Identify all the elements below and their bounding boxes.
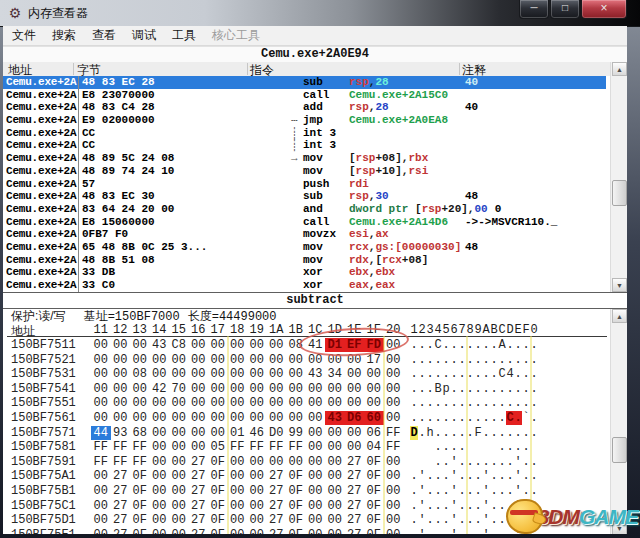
ascii-char[interactable]: . — [490, 426, 498, 440]
hex-byte[interactable]: 00 — [91, 411, 111, 425]
ascii-char[interactable]: . — [506, 382, 514, 396]
hex-byte[interactable]: 00 — [384, 455, 404, 469]
ascii-char[interactable]: . — [474, 484, 482, 498]
hex-byte[interactable]: FF — [91, 455, 111, 469]
hex-byte[interactable]: 27 — [189, 469, 209, 483]
hex-byte[interactable]: 00 — [247, 338, 267, 352]
hex-row[interactable]: 150BF7581FFFFFF00000005FFFFFFFF00000004F… — [3, 440, 627, 455]
ascii-char[interactable]: . — [410, 499, 418, 513]
ascii-char[interactable]: . — [418, 353, 426, 367]
disasm-scrollbar[interactable]: ▲ ▼ — [610, 62, 627, 292]
ascii-char[interactable]: ` — [522, 411, 530, 425]
disasm-row[interactable]: Cemu.exe+2A48 8B 51 08movrdx,[rcx+08] — [3, 254, 606, 267]
ascii-char[interactable]: . — [498, 396, 506, 410]
ascii-char[interactable]: . — [490, 367, 498, 381]
hex-byte[interactable]: 00 — [345, 396, 365, 410]
hex-byte[interactable]: 27 — [267, 469, 287, 483]
ascii-char[interactable]: . — [498, 440, 506, 454]
hex-byte[interactable]: 27 — [345, 469, 365, 483]
hex-byte[interactable]: 00 — [325, 484, 345, 498]
ascii-char[interactable]: . — [498, 484, 506, 498]
hex-byte[interactable]: 27 — [267, 513, 287, 527]
hex-row[interactable]: 150BF75410000004270000000000000000000000… — [3, 382, 627, 397]
ascii-char[interactable]: . — [434, 528, 442, 534]
ascii-char[interactable]: . — [490, 528, 498, 534]
hex-byte[interactable]: 00 — [208, 353, 228, 367]
ascii-char[interactable]: ' — [418, 499, 426, 513]
hex-byte[interactable]: 00 — [130, 382, 150, 396]
ascii-char[interactable]: ' — [450, 455, 458, 469]
hex-byte[interactable]: 00 — [364, 367, 384, 381]
hex-byte[interactable]: 27 — [267, 499, 287, 513]
scroll-down-icon[interactable]: ▼ — [612, 278, 627, 292]
hex-row[interactable]: 150BF75A100270F0000270F0000270F0000270F0… — [3, 469, 627, 484]
ascii-char[interactable]: . — [434, 426, 442, 440]
hex-byte[interactable]: 00 — [325, 528, 345, 534]
ascii-char[interactable]: . — [426, 513, 434, 527]
hex-byte[interactable]: 00 — [169, 396, 189, 410]
ascii-char[interactable]: . — [522, 484, 530, 498]
hex-byte[interactable]: 00 — [325, 499, 345, 513]
hex-byte[interactable]: 00 — [364, 382, 384, 396]
hex-byte[interactable]: 00 — [325, 513, 345, 527]
hex-byte[interactable]: 00 — [247, 382, 267, 396]
hex-byte[interactable]: 00 — [286, 353, 306, 367]
ascii-char[interactable]: . — [490, 338, 498, 352]
hex-byte[interactable]: 00 — [325, 440, 345, 454]
ascii-char[interactable]: . — [490, 396, 498, 410]
disasm-row[interactable]: Cemu.exe+2A48 83 C4 28addrsp,2840 — [3, 101, 606, 114]
ascii-char[interactable]: . — [426, 411, 434, 425]
hex-byte[interactable]: 00 — [384, 469, 404, 483]
hex-byte[interactable]: C8 — [169, 338, 189, 352]
hex-byte[interactable]: 00 — [345, 440, 365, 454]
disasm-row[interactable]: Cemu.exe+2AE8 23070000callCemu.exe+2A15C… — [3, 89, 606, 102]
scroll-up-icon[interactable]: ▲ — [612, 62, 627, 76]
ascii-char[interactable]: . — [490, 353, 498, 367]
hex-byte[interactable]: 0F — [130, 484, 150, 498]
hex-byte[interactable]: 00 — [91, 499, 111, 513]
hex-byte[interactable]: 44 — [91, 426, 111, 440]
hex-byte[interactable]: 0F — [208, 484, 228, 498]
hex-byte[interactable]: 00 — [169, 528, 189, 534]
hex-byte[interactable]: 42 — [150, 382, 170, 396]
ascii-char[interactable]: . — [418, 382, 426, 396]
hex-byte[interactable]: 00 — [306, 382, 326, 396]
hex-byte[interactable]: 00 — [267, 411, 287, 425]
hex-byte[interactable]: FF — [247, 440, 267, 454]
hex-byte[interactable]: 99 — [286, 426, 306, 440]
hex-byte[interactable]: 00 — [111, 367, 131, 381]
ascii-char[interactable]: C — [498, 367, 506, 381]
hex-row[interactable]: 150BF751100000043C800000000000841D1EFFD0… — [3, 338, 627, 353]
ascii-char[interactable]: . — [410, 528, 418, 534]
ascii-char[interactable]: . — [474, 455, 482, 469]
ascii-char[interactable]: . — [450, 382, 458, 396]
menu-item-0[interactable]: 文件 — [12, 27, 36, 44]
hex-byte[interactable]: 00 — [228, 528, 248, 534]
ascii-char[interactable]: . — [434, 353, 442, 367]
ascii-char[interactable]: . — [498, 469, 506, 483]
hex-byte[interactable]: 0F — [130, 528, 150, 534]
ascii-char[interactable]: . — [426, 382, 434, 396]
ascii-char[interactable]: . — [458, 382, 466, 396]
hex-byte[interactable]: 00 — [150, 528, 170, 534]
ascii-char[interactable]: . — [434, 484, 442, 498]
hex-byte[interactable]: 41 — [306, 338, 326, 352]
hex-byte[interactable]: 00 — [267, 455, 287, 469]
hex-byte[interactable]: 27 — [345, 499, 365, 513]
hex-byte[interactable]: 00 — [384, 367, 404, 381]
hex-byte[interactable]: EF — [345, 338, 365, 352]
hex-byte[interactable]: 00 — [169, 469, 189, 483]
ascii-char[interactable]: . — [482, 382, 490, 396]
ascii-char[interactable]: . — [506, 455, 514, 469]
ascii-char[interactable]: . — [482, 396, 490, 410]
hex-byte[interactable]: 00 — [325, 455, 345, 469]
ascii-char[interactable]: ' — [450, 484, 458, 498]
menu-item-1[interactable]: 搜索 — [52, 27, 76, 44]
ascii-char[interactable]: . — [474, 411, 482, 425]
ascii-char[interactable]: . — [442, 353, 450, 367]
scroll-up-icon[interactable]: ▲ — [612, 309, 627, 323]
ascii-char[interactable]: . — [490, 513, 498, 527]
ascii-char[interactable]: . — [514, 338, 522, 352]
menu-item-2[interactable]: 查看 — [92, 27, 116, 44]
hex-byte[interactable]: 0F — [286, 528, 306, 534]
